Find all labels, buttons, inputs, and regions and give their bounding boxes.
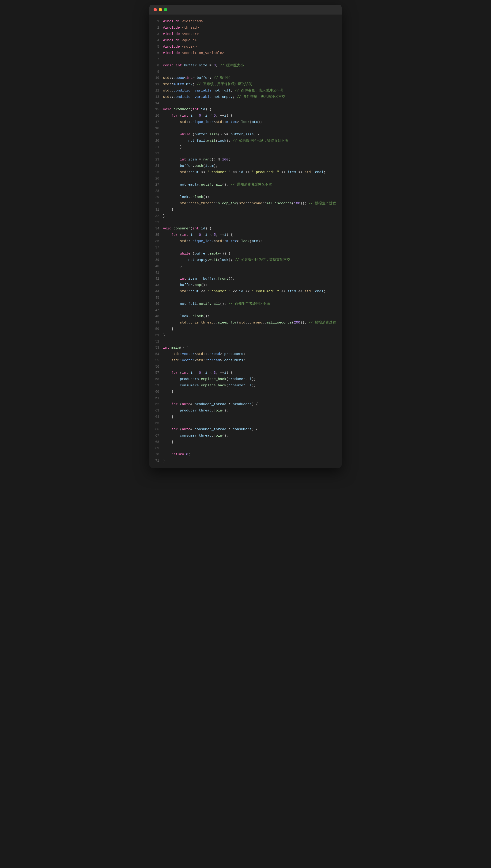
code-line: 70 return 0; — [149, 451, 342, 458]
code-line: 24 buffer.push(item); — [149, 163, 342, 169]
editor-window: 1 #include <iostream> 2 #include <thread… — [149, 5, 342, 468]
code-line: 29 lock.unlock(); — [149, 194, 342, 200]
code-line: 49 std::this_thread::sleep_for(std::chro… — [149, 319, 342, 326]
code-line: 67 consumer_thread.join(); — [149, 432, 342, 439]
code-line: 43 buffer.pop(); — [149, 282, 342, 288]
code-line: 59 consumers.emplace_back(consumer, i); — [149, 383, 342, 389]
code-line: 7 — [149, 56, 342, 62]
code-line: 40 } — [149, 263, 342, 270]
code-line: 8 const int buffer_size = 3; // 缓冲区大小 — [149, 62, 342, 69]
code-line: 23 int item = rand() % 100; — [149, 157, 342, 163]
code-line: 48 lock.unlock(); — [149, 313, 342, 319]
code-line: 6 #include <condition_variable> — [149, 50, 342, 56]
code-line: 45 — [149, 295, 342, 301]
code-line: 22 — [149, 150, 342, 157]
code-line: 51 } — [149, 332, 342, 338]
code-line: 3 #include <vector> — [149, 31, 342, 37]
code-line: 41 — [149, 270, 342, 276]
code-line: 34 void consumer(int id) { — [149, 225, 342, 232]
code-line: 1 #include <iostream> — [149, 18, 342, 25]
code-line: 16 for (int i = 0; i < 5; ++i) { — [149, 113, 342, 119]
code-line: 38 while (buffer.empty()) { — [149, 251, 342, 257]
code-line: 60 } — [149, 389, 342, 395]
code-line: 68 } — [149, 439, 342, 445]
code-line: 64 } — [149, 414, 342, 420]
code-line: 26 — [149, 175, 342, 181]
code-line: 42 int item = buffer.front(); — [149, 276, 342, 282]
code-line: 30 std::this_thread::sleep_for(std::chro… — [149, 200, 342, 207]
code-line: 66 for (auto& consumer_thread : consumer… — [149, 426, 342, 432]
code-line: 58 producers.emplace_back(producer, i); — [149, 376, 342, 383]
maximize-button[interactable] — [164, 8, 167, 11]
code-line: 46 not_full.notify_all(); // 通知生产者缓冲区不满 — [149, 301, 342, 307]
code-line: 17 std::unique_lock<std::mutex> lock(mtx… — [149, 119, 342, 125]
code-line: 25 std::cout << "Producer " << id << " p… — [149, 169, 342, 175]
code-line: 18 — [149, 125, 342, 131]
code-container: 1 #include <iostream> 2 #include <thread… — [149, 15, 342, 468]
code-line: 35 for (int i = 0; i < 5; ++i) { — [149, 232, 342, 238]
code-line: 36 std::unique_lock<std::mutex> lock(mtx… — [149, 238, 342, 245]
code-line: 57 for (int i = 0; i < 3; ++i) { — [149, 370, 342, 376]
code-line: 62 for (auto& producer_thread : producer… — [149, 401, 342, 408]
code-line: 65 — [149, 420, 342, 426]
code-line: 14 — [149, 100, 342, 106]
code-line: 54 std::vector<std::thread> producers; — [149, 351, 342, 357]
code-line: 39 not_empty.wait(lock); // 如果缓冲区为空，等待直到… — [149, 257, 342, 263]
code-line: 12 std::condition_variable not_full; // … — [149, 87, 342, 94]
code-line: 56 — [149, 364, 342, 370]
code-line: 61 — [149, 395, 342, 401]
close-button[interactable] — [153, 8, 157, 11]
minimize-button[interactable] — [159, 8, 162, 11]
code-line: 4 #include <queue> — [149, 37, 342, 44]
code-line: 33 — [149, 219, 342, 225]
code-line: 27 not_empty.notify_all(); // 通知消费者缓冲区不空 — [149, 181, 342, 188]
code-line: 2 #include <thread> — [149, 25, 342, 31]
title-bar — [149, 5, 342, 15]
code-line: 53 int main() { — [149, 345, 342, 351]
code-line: 21 } — [149, 144, 342, 150]
code-line: 9 — [149, 69, 342, 75]
code-line: 52 — [149, 338, 342, 345]
code-line: 31 } — [149, 207, 342, 213]
code-line: 37 — [149, 245, 342, 251]
code-line: 20 not_full.wait(lock); // 如果缓冲区已满，等待直到不… — [149, 138, 342, 144]
code-line: 63 producer_thread.join(); — [149, 408, 342, 414]
code-line: 55 std::vector<std::thread> consumers; — [149, 357, 342, 364]
code-line: 32 } — [149, 213, 342, 219]
code-line: 71 } — [149, 458, 342, 464]
code-line: 15 void producer(int id) { — [149, 106, 342, 113]
code-line: 47 — [149, 307, 342, 313]
code-line: 50 } — [149, 326, 342, 332]
code-line: 69 — [149, 445, 342, 451]
code-line: 19 while (buffer.size() >= buffer_size) … — [149, 131, 342, 138]
code-line: 44 std::cout << "Consumer " << id << " c… — [149, 288, 342, 295]
code-line: 5 #include <mutex> — [149, 44, 342, 50]
code-line: 28 — [149, 188, 342, 194]
code-line: 10 std::queue<int> buffer; // 缓冲区 — [149, 75, 342, 81]
code-line: 11 std::mutex mtx; // 互斥锁，用于保护缓冲区的访问 — [149, 81, 342, 87]
code-line: 13 std::condition_variable not_empty; //… — [149, 94, 342, 100]
